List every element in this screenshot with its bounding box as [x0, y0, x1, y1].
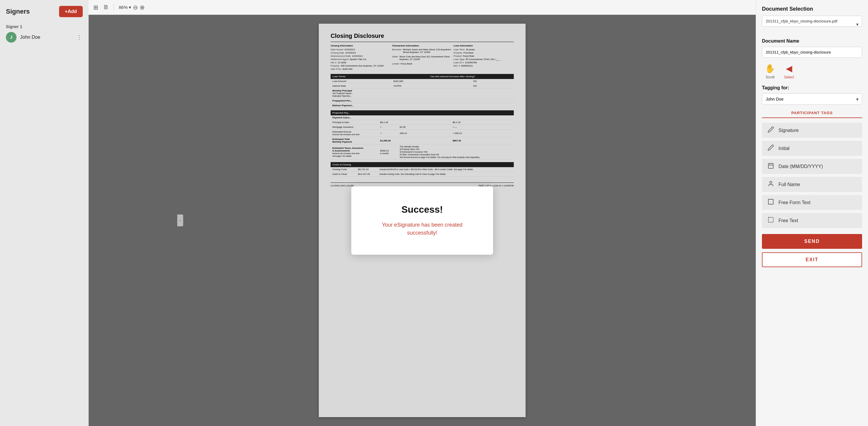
- select-mode-button[interactable]: ◀ Select: [784, 64, 794, 79]
- signer1-row: J John Doe ⋮: [6, 32, 83, 42]
- exit-button[interactable]: EXIT: [762, 252, 862, 267]
- panel-toggle-icon[interactable]: ⊞: [93, 4, 98, 11]
- scroll-label: Scroll: [766, 75, 774, 79]
- full-name-label: Full Name: [778, 182, 800, 187]
- tagging-for-dropdown[interactable]: John Doe: [762, 93, 862, 105]
- signer1-label: Signer 1: [6, 24, 83, 29]
- tagging-for-label: Tagging for:: [762, 85, 862, 90]
- free-text-label: Free Text: [778, 218, 798, 223]
- sidebar-header: Signers +Add: [6, 6, 83, 17]
- document-selection-wrapper: 201311_cfpb_kbyo_closing-disclosure.pdf: [762, 16, 862, 32]
- modal-title: Success!: [375, 204, 469, 215]
- svg-rect-5: [769, 199, 773, 204]
- tag-signature[interactable]: Signature: [762, 123, 862, 138]
- success-modal: Success! Your eSignature has been create…: [351, 187, 493, 255]
- zoom-control: 86% ▾ ⊖ ⊕: [119, 4, 145, 11]
- zoom-out-button[interactable]: ⊖: [133, 4, 138, 11]
- mode-buttons: ✋ Scroll ◀ Select: [762, 64, 862, 79]
- modal-overlay: Success! Your eSignature has been create…: [89, 15, 756, 426]
- signers-title: Signers: [6, 8, 30, 16]
- scroll-mode-button[interactable]: ✋ Scroll: [765, 64, 775, 79]
- document-icon[interactable]: 🗎: [103, 4, 109, 11]
- participant-tags-label: PARTICIPANT TAGS: [762, 111, 862, 118]
- tag-date[interactable]: Date (MM/DD/YYYY): [762, 159, 862, 174]
- right-panel: Document Selection 201311_cfpb_kbyo_clos…: [756, 0, 868, 426]
- signature-icon: [767, 126, 775, 134]
- svg-point-4: [770, 181, 772, 183]
- select-icon: ◀: [786, 64, 793, 74]
- signer1-menu-icon[interactable]: ⋮: [76, 34, 83, 41]
- tag-free-text[interactable]: Free Text: [762, 213, 862, 228]
- tag-free-form-text[interactable]: Free Form Text: [762, 195, 862, 210]
- document-area: ‹ Closing Disclosure This form is a stat…: [89, 15, 756, 426]
- document-selection-title: Document Selection: [762, 6, 862, 12]
- main-content: ⊞ 🗎 86% ▾ ⊖ ⊕ ‹ Closing Disclosure This …: [89, 0, 756, 426]
- document-selection-dropdown[interactable]: 201311_cfpb_kbyo_closing-disclosure.pdf: [762, 16, 862, 27]
- tag-full-name[interactable]: Full Name: [762, 177, 862, 192]
- svg-rect-0: [769, 164, 773, 169]
- signer1-avatar: J: [6, 32, 17, 42]
- zoom-level[interactable]: 86% ▾: [119, 5, 131, 10]
- left-sidebar: Signers +Add Signer 1 J John Doe ⋮: [0, 0, 89, 426]
- toolbar: ⊞ 🗎 86% ▾ ⊖ ⊕: [89, 0, 756, 15]
- signature-label: Signature: [778, 128, 799, 133]
- initial-icon: [767, 144, 775, 152]
- select-label: Select: [784, 75, 794, 79]
- date-icon: [767, 163, 775, 170]
- signer1-name: John Doe: [20, 35, 73, 40]
- tagging-dropdown-wrapper: John Doe: [762, 93, 862, 105]
- zoom-in-button[interactable]: ⊕: [140, 4, 145, 11]
- add-signer-button[interactable]: +Add: [59, 6, 83, 17]
- free-text-icon: [767, 217, 775, 225]
- document-name-input[interactable]: [762, 47, 862, 58]
- scroll-icon: ✋: [765, 64, 775, 74]
- date-label: Date (MM/DD/YYYY): [778, 164, 823, 169]
- initial-label: Initial: [778, 146, 789, 151]
- full-name-icon: [767, 180, 775, 189]
- svg-rect-6: [769, 218, 773, 223]
- tag-initial[interactable]: Initial: [762, 141, 862, 156]
- free-form-text-icon: [767, 199, 775, 206]
- document-name-label: Document Name: [762, 38, 862, 44]
- send-button[interactable]: SEND: [762, 234, 862, 249]
- modal-message: Your eSignature has been created success…: [375, 221, 469, 237]
- free-form-text-label: Free Form Text: [778, 200, 810, 205]
